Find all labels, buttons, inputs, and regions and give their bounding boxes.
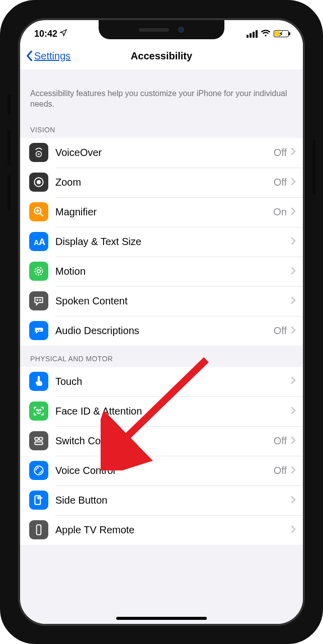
chevron-left-icon bbox=[25, 50, 33, 61]
side-button-power bbox=[312, 140, 315, 195]
svg-rect-21 bbox=[35, 442, 42, 444]
back-button[interactable]: Settings bbox=[25, 42, 70, 69]
side-button-vol-up bbox=[8, 130, 11, 165]
row-label: Magnifier bbox=[55, 206, 273, 218]
row-zoom[interactable]: Zoom Off bbox=[20, 168, 303, 197]
row-label: Switch Control bbox=[55, 435, 274, 447]
row-value: Off bbox=[274, 465, 287, 476]
chevron-right-icon bbox=[291, 466, 296, 476]
svg-rect-20 bbox=[39, 438, 43, 440]
row-label: Display & Text Size bbox=[55, 236, 287, 248]
row-voiceover[interactable]: VoiceOver Off bbox=[20, 138, 303, 168]
notch bbox=[99, 20, 224, 39]
side-button-icon bbox=[29, 491, 48, 510]
wifi-icon bbox=[261, 29, 271, 39]
battery-icon: ⚡︎ bbox=[274, 30, 289, 37]
faceid-icon bbox=[29, 401, 48, 421]
chevron-right-icon bbox=[291, 237, 296, 247]
row-display-text-size[interactable]: AA Display & Text Size bbox=[20, 227, 303, 257]
svg-point-15 bbox=[39, 330, 41, 332]
magnifier-icon bbox=[29, 202, 48, 221]
row-spoken-content[interactable]: Spoken Content bbox=[20, 286, 303, 316]
camera bbox=[178, 27, 184, 33]
row-value: Off bbox=[274, 177, 287, 188]
svg-text:A: A bbox=[39, 236, 45, 247]
row-faceid[interactable]: Face ID & Attention bbox=[20, 396, 303, 426]
home-indicator[interactable] bbox=[116, 617, 207, 620]
phone-frame: 10:42 ⚡︎ Settings Ac bbox=[0, 0, 323, 644]
svg-rect-25 bbox=[37, 525, 41, 535]
speaker bbox=[139, 28, 169, 32]
row-label: Voice Control bbox=[55, 465, 274, 476]
audio-descriptions-icon bbox=[29, 321, 48, 340]
row-audio-descriptions[interactable]: Audio Descriptions Off bbox=[20, 316, 303, 346]
side-button-mute bbox=[8, 95, 11, 115]
chevron-right-icon bbox=[291, 407, 296, 417]
chevron-right-icon bbox=[291, 178, 296, 188]
location-icon bbox=[59, 29, 67, 39]
list-physical: Touch Face ID & Attention bbox=[20, 367, 303, 545]
row-value: Off bbox=[274, 435, 287, 447]
chevron-right-icon bbox=[291, 296, 296, 306]
row-motion[interactable]: Motion bbox=[20, 257, 303, 286]
row-touch[interactable]: Touch bbox=[20, 367, 303, 396]
chevron-right-icon bbox=[291, 326, 296, 336]
spoken-content-icon bbox=[29, 291, 48, 310]
row-label: VoiceOver bbox=[55, 147, 274, 158]
svg-line-5 bbox=[40, 213, 43, 216]
touch-icon bbox=[29, 372, 48, 391]
nav-bar: Settings Accessibility bbox=[20, 42, 303, 69]
voiceover-icon bbox=[29, 143, 48, 162]
row-label: Touch bbox=[55, 376, 287, 387]
chevron-right-icon bbox=[291, 267, 296, 277]
row-label: Audio Descriptions bbox=[55, 325, 274, 337]
chevron-right-icon bbox=[291, 207, 296, 217]
svg-rect-19 bbox=[35, 438, 38, 440]
svg-point-11 bbox=[37, 270, 41, 273]
chevron-right-icon bbox=[291, 436, 296, 446]
motion-icon bbox=[29, 262, 48, 281]
row-value: Off bbox=[274, 325, 287, 337]
chevron-right-icon bbox=[291, 376, 296, 386]
row-switch-control[interactable]: Switch Control Off bbox=[20, 426, 303, 456]
svg-text:A: A bbox=[34, 238, 39, 247]
row-side-button[interactable]: Side Button bbox=[20, 486, 303, 515]
row-label: Zoom bbox=[55, 177, 274, 188]
svg-point-17 bbox=[40, 410, 41, 411]
voice-control-icon bbox=[29, 461, 48, 480]
svg-point-1 bbox=[38, 153, 39, 155]
zoom-icon bbox=[29, 173, 48, 192]
svg-rect-12 bbox=[37, 299, 38, 301]
chevron-right-icon bbox=[291, 496, 296, 506]
content[interactable]: Accessibility features help you customiz… bbox=[20, 69, 303, 624]
svg-point-3 bbox=[37, 181, 41, 184]
switch-control-icon bbox=[29, 431, 48, 450]
row-voice-control[interactable]: Voice Control Off bbox=[20, 456, 303, 486]
apple-tv-remote-icon bbox=[29, 520, 48, 539]
row-label: Apple TV Remote bbox=[55, 524, 287, 536]
svg-rect-23 bbox=[35, 496, 40, 504]
svg-point-16 bbox=[37, 410, 38, 411]
back-label: Settings bbox=[34, 50, 70, 62]
row-label: Spoken Content bbox=[55, 295, 287, 307]
row-label: Face ID & Attention bbox=[55, 406, 287, 417]
row-value: On bbox=[273, 206, 287, 218]
row-label: Side Button bbox=[55, 495, 287, 506]
intro-text: Accessibility features help you customiz… bbox=[20, 69, 303, 117]
page-title: Accessibility bbox=[131, 50, 192, 62]
row-value: Off bbox=[274, 147, 287, 158]
signal-icon bbox=[247, 30, 258, 38]
chevron-right-icon bbox=[291, 147, 296, 157]
svg-point-10 bbox=[35, 268, 42, 275]
status-time: 10:42 bbox=[34, 29, 57, 39]
row-label: Motion bbox=[55, 266, 287, 277]
side-button-vol-down bbox=[8, 175, 11, 210]
text-size-icon: AA bbox=[29, 232, 48, 251]
row-magnifier[interactable]: Magnifier On bbox=[20, 197, 303, 227]
section-header-physical: PHYSICAL AND MOTOR bbox=[20, 346, 303, 367]
svg-point-14 bbox=[37, 330, 38, 332]
row-apple-tv-remote[interactable]: Apple TV Remote bbox=[20, 515, 303, 545]
list-vision: VoiceOver Off Zoom Off bbox=[20, 138, 303, 346]
chevron-right-icon bbox=[291, 525, 296, 535]
svg-rect-13 bbox=[39, 299, 41, 301]
